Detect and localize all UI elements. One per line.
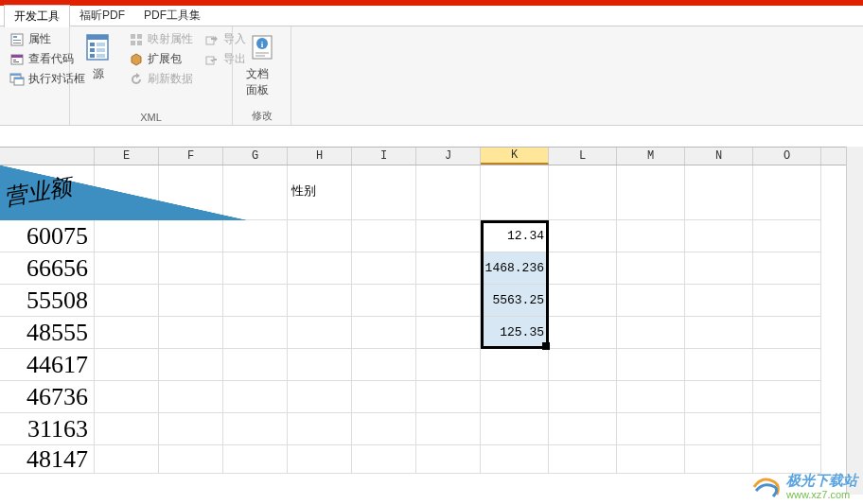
spreadsheet[interactable]: E F G H I J K L M N O 营业额 性别 bbox=[0, 147, 863, 495]
cell[interactable] bbox=[685, 220, 753, 252]
cell[interactable] bbox=[288, 349, 352, 381]
cell[interactable] bbox=[549, 252, 617, 285]
cell[interactable] bbox=[223, 317, 288, 349]
diag-header-cell[interactable]: 营业额 bbox=[0, 165, 95, 220]
col-hdr-n[interactable]: N bbox=[685, 148, 753, 165]
d-cell[interactable]: 48555 bbox=[0, 317, 95, 349]
cell[interactable] bbox=[481, 349, 549, 381]
cell[interactable] bbox=[223, 252, 288, 285]
d-cell[interactable]: 31163 bbox=[0, 413, 95, 445]
cell[interactable] bbox=[223, 285, 288, 317]
cell[interactable] bbox=[223, 445, 288, 474]
cell[interactable] bbox=[288, 381, 352, 413]
d-cell[interactable]: 55508 bbox=[0, 285, 95, 317]
cell[interactable] bbox=[549, 220, 617, 252]
cell[interactable] bbox=[416, 165, 481, 220]
cell[interactable] bbox=[481, 165, 549, 220]
cell[interactable] bbox=[288, 285, 352, 317]
tab-foxit-pdf[interactable]: 福昕PDF bbox=[70, 5, 134, 26]
cell[interactable] bbox=[159, 349, 223, 381]
cell[interactable] bbox=[95, 445, 159, 474]
map-properties-button[interactable]: 映射属性 bbox=[125, 30, 197, 48]
cell[interactable] bbox=[685, 165, 753, 220]
cell[interactable] bbox=[159, 317, 223, 349]
cell[interactable] bbox=[223, 413, 288, 445]
cell[interactable] bbox=[159, 413, 223, 445]
cell[interactable] bbox=[352, 445, 416, 474]
cell[interactable] bbox=[549, 285, 617, 317]
cell[interactable] bbox=[159, 381, 223, 413]
cell[interactable] bbox=[288, 445, 352, 474]
cell[interactable] bbox=[753, 413, 821, 445]
cell[interactable] bbox=[617, 317, 685, 349]
k-cell[interactable]: 5563.25 bbox=[481, 285, 549, 317]
cell[interactable] bbox=[685, 413, 753, 445]
cell[interactable] bbox=[549, 445, 617, 474]
cell[interactable] bbox=[416, 381, 481, 413]
cell[interactable] bbox=[549, 349, 617, 381]
cell[interactable] bbox=[617, 349, 685, 381]
cell[interactable] bbox=[481, 413, 549, 445]
cell[interactable] bbox=[753, 165, 821, 220]
cell[interactable] bbox=[549, 381, 617, 413]
cell[interactable] bbox=[549, 165, 617, 220]
col-hdr-l[interactable]: L bbox=[549, 148, 617, 165]
cell[interactable] bbox=[95, 285, 159, 317]
xml-source-button[interactable]: 源 bbox=[76, 30, 121, 110]
cell[interactable] bbox=[685, 381, 753, 413]
cell[interactable] bbox=[416, 285, 481, 317]
cell[interactable] bbox=[416, 317, 481, 349]
cell[interactable] bbox=[617, 445, 685, 474]
cell[interactable] bbox=[753, 349, 821, 381]
cell[interactable] bbox=[223, 349, 288, 381]
col-hdr-k[interactable]: K bbox=[481, 148, 549, 165]
cell[interactable] bbox=[416, 445, 481, 474]
cell[interactable] bbox=[352, 165, 416, 220]
gender-cell[interactable]: 性别 bbox=[288, 165, 352, 220]
tab-dev-tools[interactable]: 开发工具 bbox=[4, 5, 70, 27]
col-hdr-h[interactable]: H bbox=[288, 148, 352, 165]
cell[interactable] bbox=[352, 381, 416, 413]
cell[interactable] bbox=[753, 252, 821, 285]
cell[interactable] bbox=[223, 220, 288, 252]
cell[interactable] bbox=[159, 252, 223, 285]
cell[interactable] bbox=[352, 285, 416, 317]
k-cell[interactable]: 12.34 bbox=[481, 220, 549, 252]
cell[interactable] bbox=[159, 285, 223, 317]
col-hdr-o[interactable]: O bbox=[753, 148, 821, 165]
col-hdr-g[interactable]: G bbox=[223, 148, 288, 165]
cell[interactable] bbox=[223, 381, 288, 413]
cell[interactable] bbox=[549, 317, 617, 349]
d-cell[interactable]: 46736 bbox=[0, 381, 95, 413]
cell[interactable] bbox=[685, 349, 753, 381]
cell[interactable] bbox=[95, 349, 159, 381]
cell[interactable] bbox=[95, 220, 159, 252]
cell[interactable] bbox=[352, 317, 416, 349]
cell[interactable] bbox=[617, 252, 685, 285]
k-cell[interactable]: 125.35 bbox=[481, 317, 549, 349]
cell[interactable] bbox=[288, 413, 352, 445]
col-hdr-d[interactable] bbox=[0, 148, 95, 165]
d-cell[interactable]: 66656 bbox=[0, 252, 95, 285]
cell[interactable] bbox=[288, 317, 352, 349]
k-cell[interactable]: 1468.236 bbox=[481, 252, 549, 285]
cell[interactable] bbox=[753, 220, 821, 252]
refresh-data-button[interactable]: 刷新数据 bbox=[125, 70, 197, 88]
cell[interactable] bbox=[617, 285, 685, 317]
col-hdr-f[interactable]: F bbox=[159, 148, 223, 165]
col-hdr-i[interactable]: I bbox=[352, 148, 416, 165]
cell[interactable] bbox=[481, 381, 549, 413]
cell[interactable] bbox=[159, 220, 223, 252]
cell[interactable] bbox=[416, 220, 481, 252]
extension-button[interactable]: 扩展包 bbox=[125, 50, 197, 68]
cell[interactable] bbox=[159, 445, 223, 474]
vertical-scrollbar[interactable] bbox=[846, 147, 863, 495]
tab-pdf-toolset[interactable]: PDF工具集 bbox=[134, 5, 210, 26]
cell[interactable] bbox=[481, 445, 549, 474]
cell[interactable] bbox=[416, 349, 481, 381]
cell[interactable] bbox=[352, 413, 416, 445]
d-cell[interactable]: 44617 bbox=[0, 349, 95, 381]
cell[interactable] bbox=[288, 252, 352, 285]
cell[interactable] bbox=[352, 220, 416, 252]
cell[interactable] bbox=[753, 285, 821, 317]
